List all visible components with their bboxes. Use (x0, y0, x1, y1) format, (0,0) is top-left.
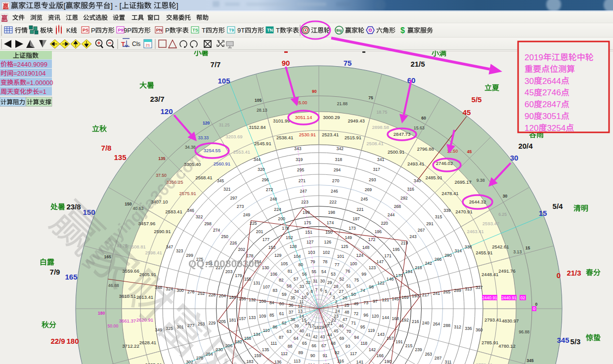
svg-text:Cls: Cls (132, 40, 140, 47)
svg-text:247: 247 (300, 189, 307, 194)
svg-text:6: 6 (320, 287, 323, 292)
svg-text:300: 300 (176, 288, 184, 293)
svg-text:173: 173 (349, 226, 356, 231)
svg-text:46: 46 (339, 324, 344, 328)
svg-text:58: 58 (287, 283, 292, 288)
svg-text:320: 320 (258, 167, 265, 172)
svg-text:21: 21 (146, 43, 150, 47)
svg-text:90: 90 (310, 353, 315, 358)
svg-text:239: 239 (415, 347, 422, 352)
svg-text:312: 312 (454, 324, 461, 329)
svg-text:191: 191 (395, 339, 403, 344)
svg-text:27: 27 (339, 289, 344, 294)
svg-text:121: 121 (382, 297, 390, 302)
svg-text:69: 69 (339, 336, 344, 341)
svg-text:38: 38 (290, 317, 295, 322)
svg-text:313: 313 (465, 286, 472, 291)
svg-text:13: 13 (298, 309, 303, 314)
svg-text:=20190104: =20190104 (13, 70, 45, 77)
svg-text:5/4: 5/4 (553, 202, 564, 210)
svg-text:45: 45 (463, 108, 471, 117)
svg-text:152: 152 (286, 235, 293, 240)
svg-text:182: 182 (235, 339, 242, 344)
svg-text:150: 150 (325, 230, 333, 235)
svg-text:17: 17 (309, 324, 314, 328)
svg-text:49: 49 (353, 301, 358, 306)
svg-text:23/7: 23/7 (150, 95, 164, 103)
svg-text:130: 130 (262, 265, 269, 270)
svg-text:T: T (121, 40, 125, 48)
svg-text:67: 67 (321, 343, 326, 348)
svg-text:108: 108 (259, 299, 266, 304)
svg-text:21.88: 21.88 (337, 101, 348, 106)
svg-text:2538.41: 2538.41 (276, 135, 293, 140)
svg-text:4: 4 (329, 291, 332, 296)
svg-text:88: 88 (288, 344, 293, 349)
svg-text:P: P (165, 27, 170, 34)
svg-text:199: 199 (303, 210, 310, 215)
svg-text:86: 86 (272, 324, 277, 329)
svg-text:56: 56 (302, 272, 307, 277)
svg-text:101: 101 (337, 254, 345, 259)
svg-text:105: 105 (281, 261, 288, 266)
svg-text:87: 87 (279, 335, 284, 340)
svg-text:76: 76 (346, 269, 350, 274)
svg-text:20/4: 20/4 (518, 142, 533, 150)
svg-text:2568.41: 2568.41 (195, 175, 212, 180)
svg-text:2583.41: 2583.41 (165, 209, 182, 214)
svg-text:117: 117 (350, 351, 357, 356)
svg-text:158: 158 (244, 336, 252, 341)
svg-text:]: ] (176, 1, 178, 10)
svg-text:317: 317 (373, 167, 380, 172)
svg-text:118: 118 (360, 341, 367, 346)
svg-text:68: 68 (331, 341, 336, 346)
svg-text:315: 315 (435, 214, 442, 219)
svg-text:02: 02 (521, 295, 525, 300)
svg-text:52: 52 (339, 277, 344, 282)
svg-text:2440.91: 2440.91 (501, 295, 517, 300)
svg-text:92: 92 (335, 350, 340, 355)
svg-text:2515.91: 2515.91 (345, 135, 361, 140)
svg-text:96.88: 96.88 (519, 329, 529, 334)
svg-text:270: 270 (332, 178, 340, 183)
svg-text:39: 39 (294, 324, 299, 328)
svg-text:23: 23 (334, 314, 339, 319)
svg-text:200: 200 (278, 216, 285, 221)
svg-text:44: 44 (327, 332, 332, 337)
svg-text:PN: PN (156, 28, 163, 33)
svg-text:T9: T9 (229, 28, 234, 33)
svg-text:110: 110 (263, 328, 270, 333)
svg-text:45: 45 (467, 149, 472, 154)
svg-text:35: 35 (290, 295, 295, 300)
svg-text:5: 5 (325, 289, 327, 294)
svg-text:155: 155 (244, 277, 252, 282)
svg-text:119: 119 (368, 328, 375, 333)
svg-text:241: 241 (433, 291, 440, 296)
svg-text:2644: 2644 (542, 77, 561, 86)
svg-text:151: 151 (305, 230, 312, 235)
svg-text:40: 40 (299, 328, 304, 333)
svg-text:2463.41: 2463.41 (467, 229, 483, 234)
svg-text:50: 50 (351, 292, 356, 297)
svg-text:3152.84: 3152.84 (249, 124, 265, 130)
svg-text:82: 82 (279, 278, 284, 283)
svg-text:265: 265 (443, 289, 451, 294)
svg-text:345: 345 (557, 336, 569, 344)
svg-text:269: 269 (365, 187, 372, 192)
svg-text:291: 291 (426, 221, 434, 226)
svg-text:249: 249 (243, 212, 251, 217)
svg-text:172: 172 (368, 237, 376, 242)
svg-text:145: 145 (392, 296, 399, 301)
svg-text:224: 224 (274, 207, 281, 212)
svg-text:96: 96 (363, 313, 368, 318)
svg-text:36: 36 (289, 303, 294, 308)
svg-text:268: 268 (394, 204, 401, 209)
svg-text:7/9: 7/9 (50, 268, 60, 276)
svg-text:5/3: 5/3 (570, 337, 581, 346)
svg-text:2553.41: 2553.41 (233, 149, 250, 155)
svg-text:78: 78 (323, 259, 328, 264)
svg-text:105: 105 (218, 77, 230, 85)
svg-text:53: 53 (331, 272, 336, 277)
svg-text:243: 243 (409, 234, 417, 239)
svg-text:2778.41: 2778.41 (476, 362, 492, 364)
